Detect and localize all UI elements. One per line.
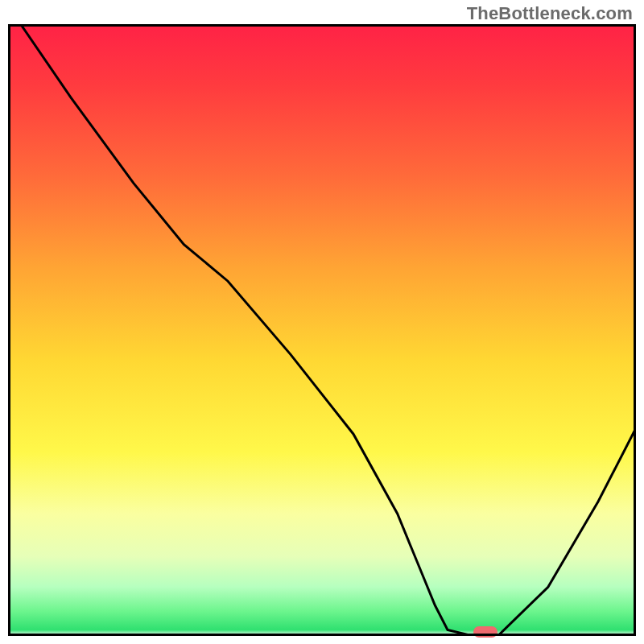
chart-frame xyxy=(8,24,636,636)
axis-right xyxy=(634,24,636,636)
attribution-text: TheBottleneck.com xyxy=(467,3,633,24)
axis-left xyxy=(8,24,10,636)
axis-top xyxy=(8,24,636,27)
axis-bottom xyxy=(8,634,636,636)
bottleneck-curve xyxy=(8,24,636,636)
